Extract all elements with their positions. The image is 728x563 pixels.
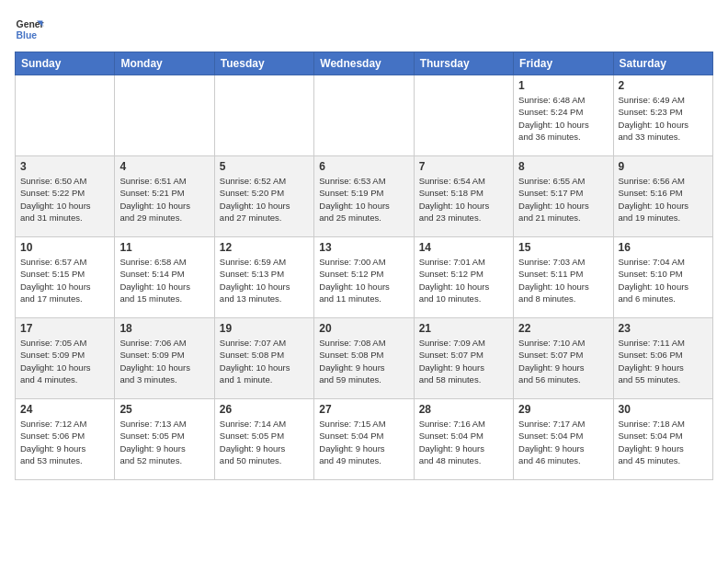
day-number: 25 — [119, 403, 209, 416]
calendar-cell: 3Sunrise: 6:50 AM Sunset: 5:22 PM Daylig… — [16, 156, 115, 237]
calendar-cell: 25Sunrise: 7:13 AM Sunset: 5:05 PM Dayli… — [115, 399, 214, 480]
day-number: 20 — [319, 322, 408, 335]
day-info: Sunrise: 7:18 AM Sunset: 5:04 PM Dayligh… — [619, 418, 708, 466]
day-number: 13 — [319, 241, 408, 254]
calendar-cell: 12Sunrise: 6:59 AM Sunset: 5:13 PM Dayli… — [214, 237, 313, 318]
day-number: 8 — [518, 160, 608, 173]
weekday-header-wednesday: Wednesday — [314, 52, 414, 75]
day-number: 4 — [119, 160, 209, 173]
day-number: 11 — [119, 241, 209, 254]
calendar-cell: 1Sunrise: 6:48 AM Sunset: 5:24 PM Daylig… — [514, 75, 613, 156]
day-number: 24 — [20, 403, 109, 416]
calendar-cell: 7Sunrise: 6:54 AM Sunset: 5:18 PM Daylig… — [414, 156, 513, 237]
week-row-2: 3Sunrise: 6:50 AM Sunset: 5:22 PM Daylig… — [16, 156, 713, 237]
day-number: 28 — [419, 403, 508, 416]
page-header: General Blue — [15, 15, 713, 44]
calendar-cell: 8Sunrise: 6:55 AM Sunset: 5:17 PM Daylig… — [514, 156, 613, 237]
day-number: 2 — [619, 79, 708, 92]
calendar-cell: 20Sunrise: 7:08 AM Sunset: 5:08 PM Dayli… — [314, 318, 414, 399]
day-number: 21 — [419, 322, 508, 335]
calendar-cell: 26Sunrise: 7:14 AM Sunset: 5:05 PM Dayli… — [214, 399, 313, 480]
day-number: 29 — [518, 403, 608, 416]
day-number: 27 — [319, 403, 408, 416]
weekday-header-friday: Friday — [514, 52, 613, 75]
day-info: Sunrise: 7:07 AM Sunset: 5:08 PM Dayligh… — [220, 337, 309, 385]
week-row-5: 24Sunrise: 7:12 AM Sunset: 5:06 PM Dayli… — [16, 399, 713, 480]
calendar-cell: 17Sunrise: 7:05 AM Sunset: 5:09 PM Dayli… — [16, 318, 115, 399]
day-number: 1 — [518, 79, 608, 92]
weekday-header-saturday: Saturday — [613, 52, 712, 75]
calendar-cell: 23Sunrise: 7:11 AM Sunset: 5:06 PM Dayli… — [613, 318, 712, 399]
day-info: Sunrise: 6:50 AM Sunset: 5:22 PM Dayligh… — [20, 175, 109, 224]
calendar-cell: 19Sunrise: 7:07 AM Sunset: 5:08 PM Dayli… — [214, 318, 313, 399]
day-info: Sunrise: 7:14 AM Sunset: 5:05 PM Dayligh… — [220, 418, 309, 466]
day-info: Sunrise: 6:53 AM Sunset: 5:19 PM Dayligh… — [319, 175, 408, 224]
calendar-cell: 29Sunrise: 7:17 AM Sunset: 5:04 PM Dayli… — [514, 399, 613, 480]
weekday-header-tuesday: Tuesday — [214, 52, 313, 75]
calendar-cell: 6Sunrise: 6:53 AM Sunset: 5:19 PM Daylig… — [314, 156, 414, 237]
day-number: 10 — [20, 241, 109, 254]
day-number: 3 — [20, 160, 109, 173]
calendar-cell: 2Sunrise: 6:49 AM Sunset: 5:23 PM Daylig… — [613, 75, 712, 156]
calendar-cell: 4Sunrise: 6:51 AM Sunset: 5:21 PM Daylig… — [115, 156, 214, 237]
day-info: Sunrise: 7:09 AM Sunset: 5:07 PM Dayligh… — [419, 337, 508, 385]
calendar-cell: 18Sunrise: 7:06 AM Sunset: 5:09 PM Dayli… — [115, 318, 214, 399]
day-info: Sunrise: 6:49 AM Sunset: 5:23 PM Dayligh… — [619, 94, 708, 143]
weekday-header-thursday: Thursday — [414, 52, 513, 75]
day-number: 30 — [619, 403, 708, 416]
day-info: Sunrise: 6:54 AM Sunset: 5:18 PM Dayligh… — [419, 175, 508, 224]
day-number: 14 — [419, 241, 508, 254]
day-info: Sunrise: 7:05 AM Sunset: 5:09 PM Dayligh… — [20, 337, 109, 385]
day-number: 15 — [518, 241, 608, 254]
week-row-4: 17Sunrise: 7:05 AM Sunset: 5:09 PM Dayli… — [16, 318, 713, 399]
day-number: 9 — [619, 160, 708, 173]
calendar-cell: 27Sunrise: 7:15 AM Sunset: 5:04 PM Dayli… — [314, 399, 414, 480]
calendar-cell: 16Sunrise: 7:04 AM Sunset: 5:10 PM Dayli… — [613, 237, 712, 318]
calendar-cell: 28Sunrise: 7:16 AM Sunset: 5:04 PM Dayli… — [414, 399, 513, 480]
day-info: Sunrise: 6:58 AM Sunset: 5:14 PM Dayligh… — [119, 256, 209, 304]
day-info: Sunrise: 7:08 AM Sunset: 5:08 PM Dayligh… — [319, 337, 408, 385]
calendar-cell — [16, 75, 115, 156]
day-info: Sunrise: 7:04 AM Sunset: 5:10 PM Dayligh… — [619, 256, 708, 304]
calendar-cell: 9Sunrise: 6:56 AM Sunset: 5:16 PM Daylig… — [613, 156, 712, 237]
day-info: Sunrise: 7:03 AM Sunset: 5:11 PM Dayligh… — [518, 256, 608, 304]
svg-text:Blue: Blue — [17, 30, 38, 40]
calendar-cell — [414, 75, 513, 156]
day-number: 7 — [419, 160, 508, 173]
day-number: 16 — [619, 241, 708, 254]
day-info: Sunrise: 7:15 AM Sunset: 5:04 PM Dayligh… — [319, 418, 408, 466]
calendar-table: SundayMondayTuesdayWednesdayThursdayFrid… — [15, 52, 713, 480]
day-info: Sunrise: 7:06 AM Sunset: 5:09 PM Dayligh… — [119, 337, 209, 385]
logo-icon: General Blue — [15, 15, 44, 44]
day-number: 23 — [619, 322, 708, 335]
day-info: Sunrise: 6:56 AM Sunset: 5:16 PM Dayligh… — [619, 175, 708, 224]
day-number: 26 — [220, 403, 309, 416]
day-info: Sunrise: 7:11 AM Sunset: 5:06 PM Dayligh… — [619, 337, 708, 385]
day-info: Sunrise: 7:01 AM Sunset: 5:12 PM Dayligh… — [419, 256, 508, 304]
day-info: Sunrise: 6:55 AM Sunset: 5:17 PM Dayligh… — [518, 175, 608, 224]
day-number: 17 — [20, 322, 109, 335]
day-info: Sunrise: 7:00 AM Sunset: 5:12 PM Dayligh… — [319, 256, 408, 304]
day-info: Sunrise: 6:51 AM Sunset: 5:21 PM Dayligh… — [119, 175, 209, 224]
day-number: 22 — [518, 322, 608, 335]
day-info: Sunrise: 6:48 AM Sunset: 5:24 PM Dayligh… — [518, 94, 608, 143]
calendar-cell — [115, 75, 214, 156]
day-number: 18 — [119, 322, 209, 335]
weekday-header-sunday: Sunday — [16, 52, 115, 75]
day-info: Sunrise: 7:16 AM Sunset: 5:04 PM Dayligh… — [419, 418, 508, 466]
calendar-cell: 5Sunrise: 6:52 AM Sunset: 5:20 PM Daylig… — [214, 156, 313, 237]
day-info: Sunrise: 6:57 AM Sunset: 5:15 PM Dayligh… — [20, 256, 109, 304]
calendar-cell: 14Sunrise: 7:01 AM Sunset: 5:12 PM Dayli… — [414, 237, 513, 318]
week-row-1: 1Sunrise: 6:48 AM Sunset: 5:24 PM Daylig… — [16, 75, 713, 156]
day-number: 19 — [220, 322, 309, 335]
day-number: 6 — [319, 160, 408, 173]
day-info: Sunrise: 7:10 AM Sunset: 5:07 PM Dayligh… — [518, 337, 608, 385]
calendar-cell: 10Sunrise: 6:57 AM Sunset: 5:15 PM Dayli… — [16, 237, 115, 318]
day-info: Sunrise: 7:13 AM Sunset: 5:05 PM Dayligh… — [119, 418, 209, 466]
day-info: Sunrise: 6:59 AM Sunset: 5:13 PM Dayligh… — [220, 256, 309, 304]
weekday-header-monday: Monday — [115, 52, 214, 75]
day-info: Sunrise: 6:52 AM Sunset: 5:20 PM Dayligh… — [220, 175, 309, 224]
day-info: Sunrise: 7:17 AM Sunset: 5:04 PM Dayligh… — [518, 418, 608, 466]
calendar-cell: 21Sunrise: 7:09 AM Sunset: 5:07 PM Dayli… — [414, 318, 513, 399]
calendar-cell: 30Sunrise: 7:18 AM Sunset: 5:04 PM Dayli… — [613, 399, 712, 480]
